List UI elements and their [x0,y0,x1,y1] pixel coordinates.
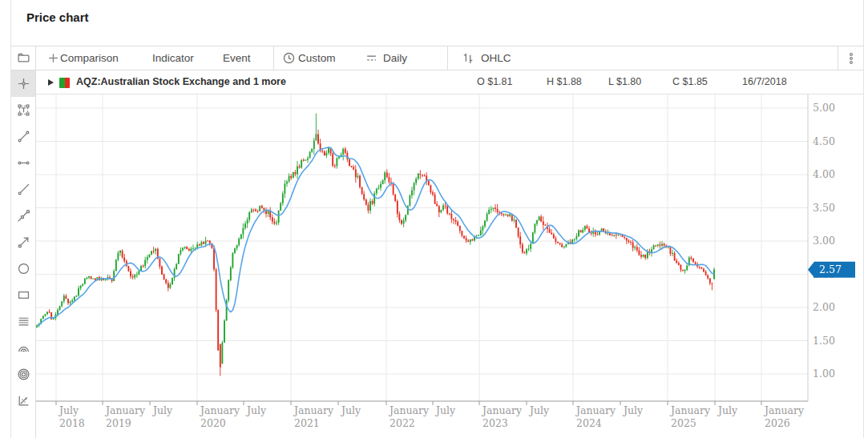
y-axis-label: 2.00 [813,301,835,313]
chart-toolbar: Comparison Indicator Event Custom Daily … [11,46,863,70]
x-axis-label: July [528,404,550,416]
interval-icon [365,51,378,65]
gridlines [36,94,808,401]
x-axis-label: January [669,404,711,416]
rectangle-icon [17,288,30,302]
custom-range-button[interactable]: Custom [298,46,336,70]
y-axis-label: 5.00 [813,102,835,114]
toolbar-separator [273,46,274,70]
x-axis-label: January [763,404,805,416]
x-axis-year-label: 2020 [200,417,226,429]
y-axis-label: 4.00 [813,168,835,180]
chart-type-button[interactable]: OHLC [481,46,511,70]
tool-rectangle[interactable] [11,282,35,308]
x-axis-label: January [293,404,334,416]
more-options-button[interactable] [838,46,863,70]
chart-plot-area[interactable]: July2018January2019JulyJanuary2020JulyJa… [36,94,863,438]
open-value: O $1.81 [477,70,512,94]
tool-crosshair[interactable] [11,70,35,97]
x-axis-year-label: 2025 [671,417,696,429]
series-color-swatch-icon [59,78,70,88]
price-chart-canvas: July2018January2019JulyJanuary2020JulyJa… [36,94,863,438]
x-axis-label: January [388,404,430,416]
x-axis-year-label: 2021 [294,417,320,429]
comparison-button[interactable]: Comparison [60,46,119,70]
tool-fib-circle[interactable] [11,361,35,388]
chart-legend-row: AQZ:Australian Stock Exchange and 1 more… [36,70,863,94]
line-icon [17,183,30,196]
segment-icon [17,130,30,143]
tool-gann[interactable] [11,388,35,414]
price-chart-widget: Price chart Comparison Indicator Event C… [0,0,868,438]
x-axis-label: July [58,404,79,416]
tool-arrow[interactable] [11,229,35,255]
indicator-button[interactable]: Indicator [152,46,194,70]
tool-segment[interactable] [11,123,35,150]
y-axis-label: 3.00 [813,235,835,247]
candlestick-series [36,114,715,376]
current-price-value: 2.57 [819,263,842,275]
moving-average-line [37,147,714,326]
kebab-menu-icon [845,52,858,65]
interval-button[interactable]: Daily [383,46,407,70]
continuous-icon [17,209,30,223]
widget-right-border [863,0,864,438]
fib-arc-icon [17,341,30,355]
x-axis-year-label: 2024 [576,417,602,429]
series-name[interactable]: AQZ:Australian Stock Exchange and 1 more [76,70,286,94]
crosshair-icon [17,77,30,90]
tool-continuous[interactable] [11,203,35,229]
x-axis-year-label: 2019 [106,417,131,429]
x-axis-year-label: 2018 [59,417,85,429]
x-axis-label: January [104,404,146,416]
drawing-panel-toggle[interactable] [11,46,36,70]
fib-circle-icon [17,368,30,381]
plus-icon [46,51,60,65]
x-axis-label: January [199,404,240,416]
low-value: L $1.80 [608,70,641,94]
ohlc-bars-icon [461,51,474,65]
gann-icon [17,394,30,408]
horizontal-segment-icon [17,156,30,170]
y-axis-label: 1.00 [813,368,835,380]
legend-expand-arrow-icon[interactable] [48,79,54,86]
x-axis-label: July [151,404,173,416]
x-axis-year-label: 2023 [482,417,508,429]
x-axis-label: July [717,404,738,416]
x-axis-label: January [575,404,616,416]
x-axis-label: July [434,404,456,416]
x-axis-label: July [340,404,361,416]
fib-retracement-icon [17,315,30,328]
ellipse-icon [17,262,30,275]
y-axis-label: 3.50 [813,202,835,214]
page-title: Price chart [26,10,89,24]
quote-date: 16/7/2018 [742,70,787,94]
tool-ellipse[interactable] [11,255,35,282]
y-axis-label: 1.50 [813,335,835,347]
arrow-icon [17,235,30,249]
y-axis-label: 4.50 [813,135,835,147]
high-value: H $1.88 [547,70,582,94]
clock-icon [282,51,296,65]
x-axis-label: July [245,404,267,416]
tool-horizontal-segment[interactable] [11,150,35,176]
toolbar-separator [447,46,448,70]
event-button[interactable]: Event [223,46,251,70]
tool-line[interactable] [11,176,35,203]
drawing-tools-rail [11,70,36,438]
annotation-icon [17,103,30,117]
close-value: C $1.85 [672,70,708,94]
panel-folder-icon [17,51,30,65]
tool-fib-arc[interactable] [11,335,35,361]
x-axis-year-label: 2026 [765,417,790,429]
x-axis-label: July [622,404,644,416]
x-axis-year-label: 2022 [390,417,415,429]
tool-fib-retracement[interactable] [11,308,35,335]
tool-annotation[interactable] [11,97,35,123]
current-price-badge: 2.57 [808,262,855,278]
x-axis-label: January [481,404,523,416]
